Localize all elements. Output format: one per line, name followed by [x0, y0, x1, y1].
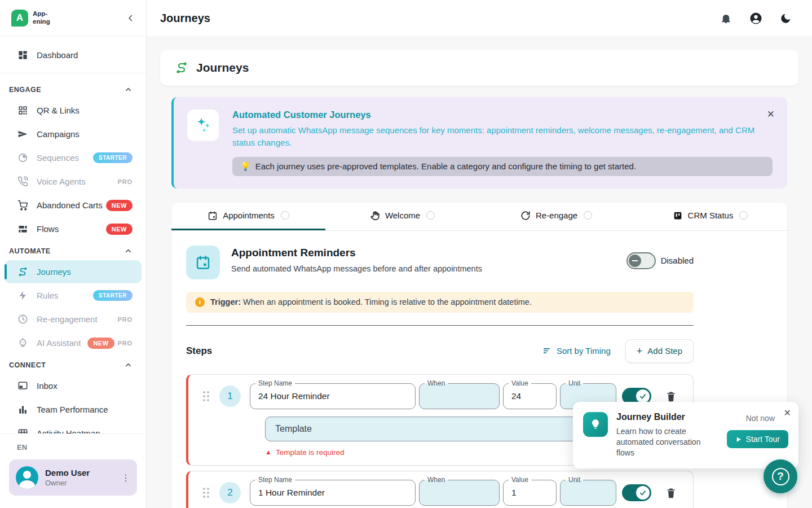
sidebar-item-label: Team Performance [37, 405, 108, 414]
account-button[interactable] [749, 12, 762, 25]
sidebar-item-journeys[interactable]: Journeys [5, 260, 142, 283]
sidebar-item-activity-heatmap[interactable]: Activity Heatmap [5, 422, 142, 433]
step-enabled-toggle[interactable] [622, 484, 651, 501]
sidebar: A App- ening Dashboard ENGAGE [0, 0, 147, 508]
sidebar-item-abandoned-carts[interactable]: Abandoned Carts NEW [5, 194, 142, 217]
page-title-card: Journeys [160, 50, 798, 86]
delete-step-button[interactable] [665, 391, 677, 402]
sidebar-nav: Dashboard ENGAGE QR & Links Campaigns [0, 36, 146, 433]
sidebar-item-ai-assistant[interactable]: AI Assistant NEW PRO [5, 331, 142, 354]
sidebar-item-label: Campaigns [37, 129, 80, 139]
qr-code-icon [17, 105, 28, 116]
bulb-emoji-icon: 💡 [240, 161, 251, 172]
close-icon[interactable]: ✕ [784, 408, 791, 418]
field-value: 24 [511, 391, 521, 401]
starter-badge: STARTER [93, 290, 133, 301]
when-select[interactable]: When [419, 383, 500, 409]
step-name-input[interactable]: Step Name 1 Hour Reminder [250, 480, 416, 506]
notifications-button[interactable] [720, 12, 732, 24]
category-header: Appointment Reminders Send automated Wha… [186, 246, 694, 279]
sidebar-item-label: Rules [37, 291, 58, 300]
tab-welcome[interactable]: Welcome [325, 203, 479, 230]
not-now-button[interactable]: Not now [746, 414, 775, 423]
steps-header: Steps Sort by Timing + Add Step [186, 339, 694, 363]
language-selector[interactable]: EN [9, 443, 137, 452]
section-header-engage[interactable]: ENGAGE [0, 80, 146, 98]
plus-icon: + [637, 346, 643, 356]
sidebar-item-inbox[interactable]: Inbox [5, 374, 142, 397]
calendar-icon [208, 211, 218, 221]
journey-builder-popup: ✕ Journey Builder Learn how to create au… [573, 402, 798, 468]
delete-step-button[interactable] [665, 487, 677, 498]
chevron-up-icon [124, 85, 133, 94]
divider [186, 325, 694, 326]
tab-re-engage[interactable]: Re-engage [479, 203, 633, 230]
sidebar-collapse-button[interactable] [126, 13, 136, 23]
step-name-input[interactable]: Step Name 24 Hour Reminder [250, 383, 416, 409]
divider [0, 73, 146, 73]
tip-text: Each journey uses pre-approved templates… [255, 161, 636, 171]
sort-by-timing-button[interactable]: Sort by Timing [542, 346, 611, 356]
trigger-label: Trigger: [210, 297, 241, 306]
chevron-up-icon [124, 247, 133, 255]
sidebar-item-team-performance[interactable]: Team Performance [5, 398, 142, 421]
tab-crm-status[interactable]: CRM Status [633, 203, 787, 230]
value-input[interactable]: Value 1 [503, 480, 557, 506]
sidebar-item-label: Dashboard [37, 50, 78, 60]
close-icon[interactable]: ✕ [767, 110, 775, 119]
field-label: Value [509, 476, 531, 484]
section-header-connect[interactable]: CONNECT [0, 355, 146, 374]
step-number: 1 [219, 386, 241, 407]
sort-icon [542, 346, 552, 356]
sidebar-item-label: Abandoned Carts [37, 200, 103, 210]
user-circle-icon [749, 12, 762, 25]
add-step-button[interactable]: + Add Step [625, 339, 694, 363]
value-input[interactable]: Value 24 [503, 383, 557, 409]
tab-status-circle [281, 211, 289, 220]
calendar-icon [186, 246, 220, 279]
page-title: Journeys [196, 61, 249, 75]
sidebar-item-re-engagement[interactable]: Re-engagement PRO [5, 308, 142, 331]
field-value: 24 Hour Reminder [258, 391, 330, 401]
sidebar-item-dashboard[interactable]: Dashboard [5, 43, 142, 67]
lightning-icon [17, 290, 28, 301]
sidebar-item-campaigns[interactable]: Campaigns [5, 122, 142, 146]
sidebar-item-sequences[interactable]: Sequences STARTER [5, 146, 142, 169]
user-menu-button[interactable]: ⋮ [121, 472, 130, 483]
sidebar-item-voice-agents[interactable]: Voice Agents PRO [5, 170, 142, 193]
sidebar-item-rules[interactable]: Rules STARTER [5, 284, 142, 307]
start-tour-button[interactable]: Start Tour [727, 430, 788, 448]
chevron-left-icon [126, 13, 136, 23]
new-badge: NEW [106, 200, 133, 211]
unit-select[interactable]: Unit [560, 480, 616, 506]
tab-appointments[interactable]: Appointments [171, 203, 325, 230]
new-badge: NEW [106, 224, 133, 235]
chevron-up-icon [124, 361, 133, 369]
flows-icon [17, 224, 28, 234]
info-banner: ✕ Automated Customer Journeys Set up aut… [171, 97, 787, 189]
sidebar-item-label: Inbox [37, 381, 58, 391]
tab-status-circle [584, 211, 592, 220]
category-enable-toggle[interactable] [626, 252, 656, 269]
inbox-icon [17, 380, 28, 391]
phone-icon [17, 176, 28, 187]
app-root: A App- ening Dashboard ENGAGE [0, 0, 812, 508]
drag-handle-icon[interactable] [203, 488, 209, 498]
section-header-automate[interactable]: AUTOMATE [0, 241, 146, 260]
sidebar-item-label: Voice Agents [37, 177, 86, 186]
trigger-banner: i Trigger: When an appointment is booked… [186, 292, 694, 313]
dark-mode-toggle[interactable] [780, 12, 792, 24]
bell-icon [720, 12, 732, 24]
template-label: Template [275, 424, 312, 434]
popup-title: Journey Builder [616, 412, 707, 422]
sidebar-item-flows[interactable]: Flows NEW [5, 217, 142, 240]
sidebar-item-qr-links[interactable]: QR & Links [5, 99, 142, 122]
step-number: 2 [219, 482, 241, 503]
tab-bar: Appointments Welcome Re-engage [171, 203, 787, 231]
start-tour-label: Start Tour [746, 435, 780, 444]
when-select[interactable]: When [419, 480, 500, 506]
help-button[interactable]: ? [764, 459, 797, 493]
toggle-knob [636, 486, 650, 500]
drag-handle-icon[interactable] [203, 391, 209, 401]
user-card[interactable]: Demo User Owner ⋮ [9, 459, 137, 496]
